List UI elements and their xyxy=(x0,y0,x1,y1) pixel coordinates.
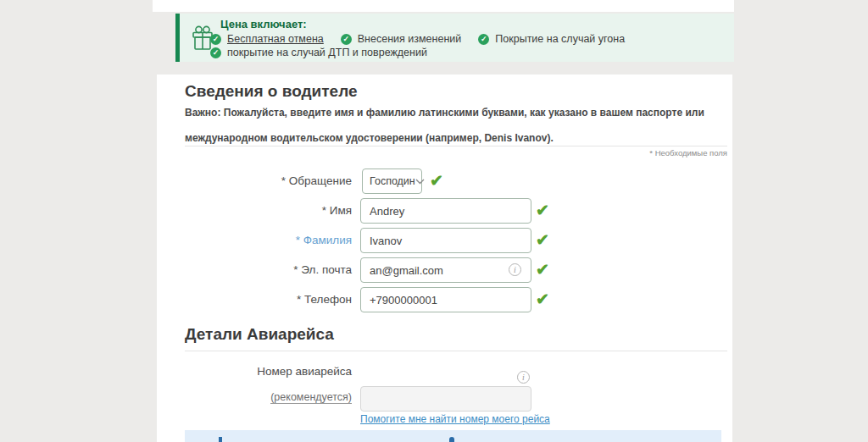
previous-card-bottom xyxy=(153,0,734,12)
banner-title: Цена включает: xyxy=(220,18,727,31)
divider xyxy=(185,146,727,146)
recommended-label: (рекомендуется) xyxy=(157,390,352,404)
find-flight-number-link[interactable]: Помогите мне найти номер моего рейса xyxy=(360,413,550,425)
email-row: * Эл. почта i ✔ xyxy=(157,257,732,283)
banner-row-1: ✓ Бесплатная отмена ✓ Внесения изменений… xyxy=(210,33,727,45)
valid-check-icon: ✔ xyxy=(536,198,549,224)
first-name-row: * Имя ✔ xyxy=(157,198,732,224)
banner-item-amendments: ✓ Внесения изменений xyxy=(341,33,462,45)
banner-item-theft-cover: ✓ Покрытие на случай угона xyxy=(478,33,625,45)
phone-label: * Телефон xyxy=(157,287,352,312)
required-fields-note: * Необходимые поля xyxy=(185,148,727,157)
banner-item-label: покрытие на случай ДТП и повреждений xyxy=(227,47,427,58)
valid-check-icon: ✔ xyxy=(536,257,549,283)
banner-content: Цена включает: ✓ Бесплатная отмена ✓ Вне… xyxy=(210,18,727,58)
divider xyxy=(185,351,727,351)
first-name-label: * Имя xyxy=(157,198,352,224)
info-icon[interactable]: i xyxy=(517,371,530,384)
title-row: * Обращение Господин ✔ xyxy=(157,169,732,194)
email-input[interactable] xyxy=(360,257,531,283)
last-name-input[interactable] xyxy=(360,228,531,253)
booking-form-card: Сведения о водителе Важно: Пожалуйста, в… xyxy=(157,75,732,442)
page: Цена включает: ✓ Бесплатная отмена ✓ Вне… xyxy=(0,0,868,442)
banner-item-label: Покрытие на случай угона xyxy=(495,33,625,45)
first-name-input[interactable] xyxy=(360,198,531,224)
price-includes-banner: Цена включает: ✓ Бесплатная отмена ✓ Вне… xyxy=(175,14,734,62)
title-select[interactable]: Господин xyxy=(362,169,422,194)
banner-item-label[interactable]: Бесплатная отмена xyxy=(227,33,324,45)
title-label: * Обращение xyxy=(157,169,352,194)
title-select-value: Господин xyxy=(370,175,415,187)
phone-input[interactable] xyxy=(360,287,531,312)
last-name-label: * Фамилия xyxy=(157,228,352,253)
valid-check-icon: ✔ xyxy=(536,228,549,253)
valid-check-icon: ✔ xyxy=(536,287,549,312)
check-circle-icon: ✓ xyxy=(210,34,221,45)
check-circle-icon: ✓ xyxy=(478,34,489,45)
flight-details-title: Детали Авиарейса xyxy=(185,325,334,344)
flight-number-input[interactable] xyxy=(360,386,531,412)
important-note: Важно: Пожалуйста, введите имя и фамилию… xyxy=(185,100,732,151)
valid-check-icon: ✔ xyxy=(430,169,443,194)
banner-item-damage-cover: ✓ покрытие на случай ДТП и повреждений xyxy=(210,47,427,58)
banner-item-free-cancellation[interactable]: ✓ Бесплатная отмена xyxy=(210,33,324,45)
clipped-text-fragment xyxy=(219,437,222,442)
email-label: * Эл. почта xyxy=(157,257,352,283)
flight-number-label: Номер авиарейса xyxy=(157,365,352,378)
phone-row: * Телефон ✔ xyxy=(157,287,732,312)
check-circle-icon: ✓ xyxy=(341,34,352,45)
driver-details-title: Сведения о водителе xyxy=(185,82,358,101)
chevron-down-icon xyxy=(415,179,425,185)
banner-item-label: Внесения изменений xyxy=(358,33,462,45)
check-circle-icon: ✓ xyxy=(210,47,221,58)
info-icon[interactable]: i xyxy=(509,263,521,276)
flight-info-box xyxy=(185,430,721,442)
banner-row-2: ✓ покрытие на случай ДТП и повреждений xyxy=(210,47,727,58)
last-name-row: * Фамилия ✔ xyxy=(157,228,732,253)
clipped-text-fragment xyxy=(449,437,454,442)
